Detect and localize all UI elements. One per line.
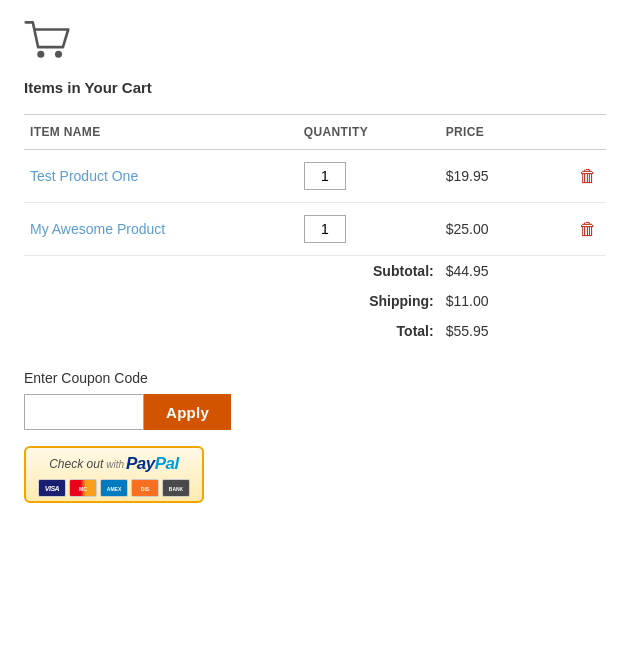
item-name-link[interactable]: My Awesome Product: [30, 221, 165, 237]
paypal-checkout-button[interactable]: Check out with PayPal VISA MC AMEX DIS B…: [24, 446, 204, 503]
table-row: My Awesome Product $25.00 🗑: [24, 203, 606, 256]
delete-icon[interactable]: 🗑: [579, 220, 597, 238]
item-quantity-cell: [298, 150, 440, 203]
coupon-section: Enter Coupon Code Apply Check out with P…: [24, 366, 606, 503]
col-header-price: PRICE: [440, 115, 570, 150]
coupon-row: Apply: [24, 394, 606, 430]
shipping-row: Shipping: $11.00: [24, 286, 606, 316]
cart-icon: [24, 20, 70, 62]
item-price-cell: $25.00: [440, 203, 570, 256]
payment-card-icons: VISA MC AMEX DIS BANK: [38, 479, 190, 497]
svg-point-1: [55, 51, 62, 58]
item-price-cell: $19.95: [440, 150, 570, 203]
table-header-row: ITEM NAME QUANTITY PRICE: [24, 115, 606, 150]
col-header-delete: [570, 115, 606, 150]
item-quantity-cell: [298, 203, 440, 256]
item-delete-cell: 🗑: [570, 150, 606, 203]
amex-icon: AMEX: [100, 479, 128, 497]
subtotal-label: Subtotal:: [24, 256, 440, 287]
apply-button[interactable]: Apply: [144, 394, 231, 430]
total-value: $55.95: [440, 316, 570, 346]
item-delete-cell: 🗑: [570, 203, 606, 256]
quantity-input-0[interactable]: [304, 162, 346, 190]
quantity-input-1[interactable]: [304, 215, 346, 243]
table-row: Test Product One $19.95 🗑: [24, 150, 606, 203]
shipping-label: Shipping:: [24, 286, 440, 316]
delete-icon[interactable]: 🗑: [579, 167, 597, 185]
coupon-label: Enter Coupon Code: [24, 370, 606, 386]
item-name-cell: Test Product One: [24, 150, 298, 203]
cart-icon-container: [24, 20, 606, 65]
mastercard-icon: MC: [69, 479, 97, 497]
item-name-cell: My Awesome Product: [24, 203, 298, 256]
coupon-input[interactable]: [24, 394, 144, 430]
subtotal-row: Subtotal: $44.95: [24, 256, 606, 287]
discover-icon: DIS: [131, 479, 159, 497]
item-name-link[interactable]: Test Product One: [30, 168, 138, 184]
subtotal-value: $44.95: [440, 256, 570, 287]
visa-icon: VISA: [38, 479, 66, 497]
svg-point-0: [37, 51, 44, 58]
shipping-value: $11.00: [440, 286, 570, 316]
total-row: Total: $55.95: [24, 316, 606, 346]
col-header-quantity: QUANTITY: [298, 115, 440, 150]
cart-title: Items in Your Cart: [24, 79, 606, 96]
col-header-item-name: ITEM NAME: [24, 115, 298, 150]
total-label: Total:: [24, 316, 440, 346]
bank-icon: BANK: [162, 479, 190, 497]
paypal-logo: Check out with PayPal: [38, 454, 190, 474]
cart-table: ITEM NAME QUANTITY PRICE Test Product On…: [24, 114, 606, 346]
